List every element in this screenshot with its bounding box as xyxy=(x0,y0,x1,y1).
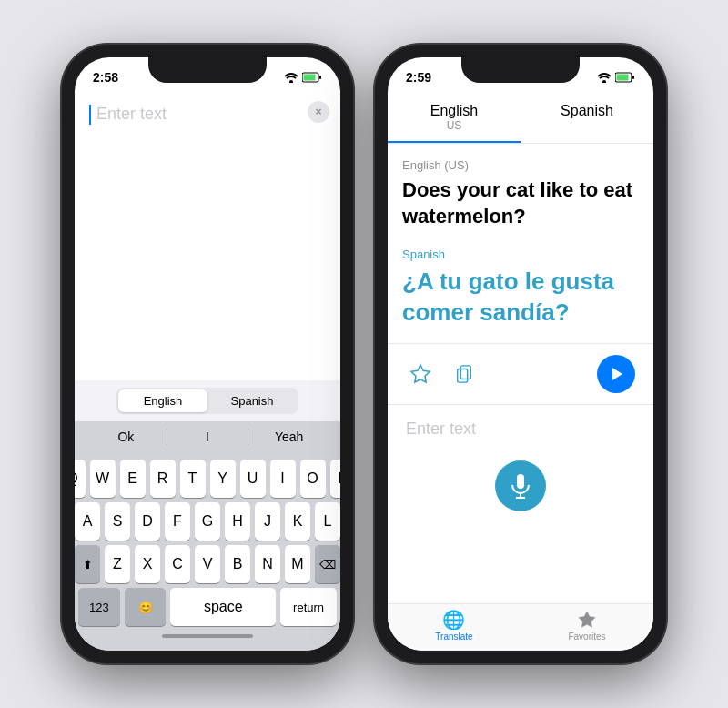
keyboard-suggestions: Ok I Yeah xyxy=(75,421,340,452)
status-time-2: 2:59 xyxy=(406,70,431,85)
svg-marker-10 xyxy=(612,368,622,380)
tab-bar: 🌐 Translate Favorites xyxy=(388,603,653,651)
svg-point-0 xyxy=(289,80,293,83)
tab-favorites[interactable]: Favorites xyxy=(521,610,653,642)
keyboard-row-2: A S D F G H J K L xyxy=(78,502,337,541)
spanish-tab-name: Spanish xyxy=(530,103,644,119)
favorites-tab-icon xyxy=(577,610,597,630)
status-time-1: 2:58 xyxy=(93,70,118,85)
svg-rect-3 xyxy=(304,75,316,81)
key-v[interactable]: V xyxy=(195,545,220,583)
key-f[interactable]: F xyxy=(165,502,190,541)
english-lang-btn[interactable]: English xyxy=(118,389,207,412)
key-z[interactable]: Z xyxy=(105,545,130,583)
key-c[interactable]: C xyxy=(165,545,190,583)
key-u[interactable]: U xyxy=(240,460,266,498)
numbers-key[interactable]: 123 xyxy=(78,588,120,626)
home-indicator-1 xyxy=(78,631,337,647)
key-s[interactable]: S xyxy=(105,502,130,541)
key-x[interactable]: X xyxy=(135,545,160,583)
key-k[interactable]: K xyxy=(285,502,310,541)
translate-tab-icon: 🌐 xyxy=(442,610,466,630)
key-b[interactable]: B xyxy=(225,545,250,583)
key-m[interactable]: M xyxy=(285,545,310,583)
home-bar-1 xyxy=(162,634,253,638)
key-a[interactable]: A xyxy=(75,502,100,541)
bottom-input-area[interactable]: Enter text xyxy=(388,405,653,604)
status-icons-1 xyxy=(284,72,322,83)
battery-icon-2 xyxy=(615,72,635,83)
keyboard: Q W E R T Y U I O P A S D xyxy=(75,452,340,651)
status-icons-2 xyxy=(597,72,635,83)
play-button[interactable] xyxy=(597,355,635,393)
english-tab-sub: US xyxy=(397,119,511,132)
keyboard-row-1: Q W E R T Y U I O P xyxy=(78,460,337,498)
key-n[interactable]: N xyxy=(255,545,280,583)
key-y[interactable]: Y xyxy=(210,460,236,498)
microphone-icon xyxy=(511,473,531,499)
suggestion-ok[interactable]: Ok xyxy=(86,427,167,447)
space-key[interactable]: space xyxy=(170,588,276,626)
emoji-key[interactable]: 😊 xyxy=(125,588,167,626)
tab-translate[interactable]: 🌐 Translate xyxy=(388,610,521,642)
key-l[interactable]: L xyxy=(315,502,340,541)
translated-label: Spanish xyxy=(402,248,639,261)
suggestion-yeah[interactable]: Yeah xyxy=(248,427,329,447)
close-icon-1: × xyxy=(315,106,321,118)
svg-text:🌐: 🌐 xyxy=(442,610,465,630)
star-icon xyxy=(410,363,431,385)
keyboard-row-3: ⬆ Z X C V B N M ⌫ xyxy=(78,545,337,583)
microphone-button[interactable] xyxy=(495,460,546,511)
phone-1: 2:58 xyxy=(62,45,353,663)
keyboard-row-4: 123 😊 space return xyxy=(78,588,337,626)
source-label: English (US) xyxy=(402,158,639,172)
battery-icon-1 xyxy=(302,72,322,83)
key-p[interactable]: P xyxy=(330,460,341,498)
suggestion-i[interactable]: I xyxy=(167,427,248,447)
copy-document-icon xyxy=(454,364,474,384)
key-q[interactable]: Q xyxy=(75,460,86,498)
key-w[interactable]: W xyxy=(90,460,116,498)
input-placeholder-2: Enter text xyxy=(406,420,476,439)
language-toggle-1: English Spanish xyxy=(75,380,340,421)
key-j[interactable]: J xyxy=(255,502,280,541)
translation-area: English (US) Does your cat like to eat w… xyxy=(388,144,653,343)
key-e[interactable]: E xyxy=(120,460,146,498)
key-r[interactable]: R xyxy=(150,460,176,498)
phone-2-screen: 2:59 xyxy=(388,57,653,651)
language-selector: English US Spanish xyxy=(388,90,653,144)
key-o[interactable]: O xyxy=(300,460,326,498)
delete-key[interactable]: ⌫ xyxy=(315,545,340,583)
wifi-icon-1 xyxy=(284,72,298,83)
svg-rect-7 xyxy=(617,75,629,81)
notch-2 xyxy=(461,57,580,83)
key-d[interactable]: D xyxy=(135,502,160,541)
wifi-icon-2 xyxy=(597,72,612,83)
svg-point-4 xyxy=(602,80,606,83)
key-t[interactable]: T xyxy=(180,460,206,498)
spanish-tab[interactable]: Spanish xyxy=(521,90,653,143)
phones-container: 2:58 xyxy=(62,45,666,663)
favorite-icon[interactable] xyxy=(406,359,435,389)
return-key[interactable]: return xyxy=(280,588,337,626)
key-h[interactable]: H xyxy=(225,502,250,541)
english-tab[interactable]: English US xyxy=(388,90,521,143)
favorites-tab-label: Favorites xyxy=(568,632,605,642)
phone-2: 2:59 xyxy=(375,45,666,663)
source-text: Does your cat like to eat watermelon? xyxy=(402,177,639,229)
svg-rect-8 xyxy=(460,365,470,379)
english-tab-name: English xyxy=(397,103,511,119)
copy-icon[interactable] xyxy=(450,359,479,389)
text-input-area[interactable]: Enter text × xyxy=(75,90,340,380)
lang-toggle-inner: English Spanish xyxy=(116,388,298,414)
shift-key[interactable]: ⬆ xyxy=(75,545,100,583)
action-bar xyxy=(388,343,653,405)
translated-text: ¿A tu gato le gusta comer sandía? xyxy=(402,267,639,329)
play-icon xyxy=(608,366,624,382)
notch-1 xyxy=(148,57,267,83)
close-button-1[interactable]: × xyxy=(308,101,329,123)
translate-tab-label: Translate xyxy=(435,632,472,642)
spanish-lang-btn[interactable]: Spanish xyxy=(207,389,297,412)
key-i[interactable]: I xyxy=(270,460,296,498)
key-g[interactable]: G xyxy=(195,502,220,541)
